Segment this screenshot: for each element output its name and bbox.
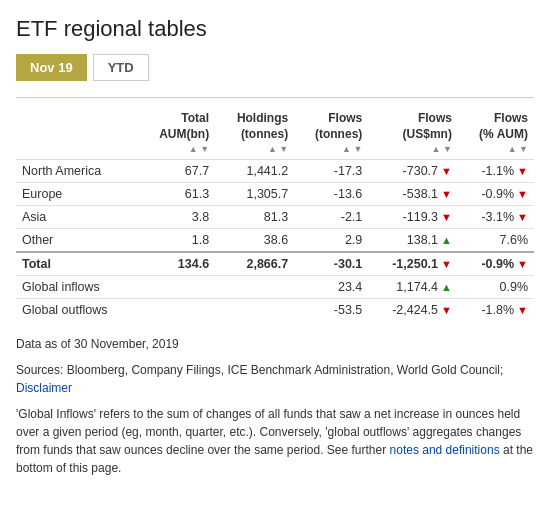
body-text: 'Global Inflows' refers to the sum of ch… [16, 405, 534, 477]
down-arrow-pct-icon: ▼ [517, 211, 528, 223]
cell-flows-pct: -0.9% ▼ [458, 252, 534, 276]
cell-flows-us: -2,424.5 ▼ [368, 298, 458, 321]
cell-flows-pct: -0.9% ▼ [458, 182, 534, 205]
cell-flows-us: -538.1 ▼ [368, 182, 458, 205]
down-arrow-pct-icon: ▼ [517, 304, 528, 316]
cell-holdings: 1,441.2 [215, 159, 294, 182]
notes-link[interactable]: notes and definitions [390, 443, 500, 457]
down-arrow-pct-icon: ▼ [517, 258, 528, 270]
cell-flows-tonnes: -2.1 [294, 205, 368, 228]
cell-flows-pct: -1.8% ▼ [458, 298, 534, 321]
cell-holdings: 2,866.7 [215, 252, 294, 276]
footer-section: Data as of 30 November, 2019 Sources: Bl… [16, 335, 534, 477]
cell-flows-tonnes: -30.1 [294, 252, 368, 276]
table-header-row: TotalAUM(bn) ▲ ▼ Holdings(tonnes) ▲ ▼ Fl… [16, 108, 534, 159]
down-arrow-pct-icon: ▼ [517, 188, 528, 200]
page-title: ETF regional tables [16, 16, 534, 42]
cell-region: Global inflows [16, 275, 138, 298]
table-row: Total134.62,866.7-30.1-1,250.1 ▼-0.9% ▼ [16, 252, 534, 276]
disclaimer-link[interactable]: Disclaimer [16, 381, 72, 395]
cell-aum [138, 298, 215, 321]
cell-flows-us: -119.3 ▼ [368, 205, 458, 228]
up-arrow-icon: ▲ [441, 234, 452, 246]
cell-region: Asia [16, 205, 138, 228]
down-arrow-icon: ▼ [441, 188, 452, 200]
down-arrow-icon: ▼ [441, 165, 452, 177]
table-row: Global outflows-53.5-2,424.5 ▼-1.8% ▼ [16, 298, 534, 321]
table-row: Europe61.31,305.7-13.6-538.1 ▼-0.9% ▼ [16, 182, 534, 205]
tab-nov19[interactable]: Nov 19 [16, 54, 87, 81]
cell-aum: 1.8 [138, 228, 215, 252]
col-aum: TotalAUM(bn) ▲ ▼ [138, 108, 215, 159]
table-row: Other1.838.62.9138.1 ▲7.6% [16, 228, 534, 252]
cell-holdings: 38.6 [215, 228, 294, 252]
cell-holdings [215, 275, 294, 298]
cell-aum: 67.7 [138, 159, 215, 182]
cell-holdings: 81.3 [215, 205, 294, 228]
cell-flows-pct: 7.6% [458, 228, 534, 252]
cell-aum: 3.8 [138, 205, 215, 228]
col-flows-us: Flows(US$mn) ▲ ▼ [368, 108, 458, 159]
etf-table: TotalAUM(bn) ▲ ▼ Holdings(tonnes) ▲ ▼ Fl… [16, 108, 534, 321]
cell-holdings: 1,305.7 [215, 182, 294, 205]
tab-ytd[interactable]: YTD [93, 54, 149, 81]
data-date: Data as of 30 November, 2019 [16, 335, 534, 353]
down-arrow-icon: ▼ [441, 211, 452, 223]
down-arrow-pct-icon: ▼ [517, 165, 528, 177]
cell-flows-tonnes: -17.3 [294, 159, 368, 182]
cell-region: Europe [16, 182, 138, 205]
tab-bar: Nov 19 YTD [16, 54, 534, 81]
table-row: Asia3.881.3-2.1-119.3 ▼-3.1% ▼ [16, 205, 534, 228]
cell-flows-tonnes: 2.9 [294, 228, 368, 252]
table-row: North America67.71,441.2-17.3-730.7 ▼-1.… [16, 159, 534, 182]
cell-aum [138, 275, 215, 298]
cell-flows-tonnes: -13.6 [294, 182, 368, 205]
cell-flows-pct: 0.9% [458, 275, 534, 298]
sources-text: Sources: Bloomberg, Company Filings, ICE… [16, 361, 534, 397]
col-holdings: Holdings(tonnes) ▲ ▼ [215, 108, 294, 159]
cell-flows-tonnes: 23.4 [294, 275, 368, 298]
cell-aum: 134.6 [138, 252, 215, 276]
table-row: Global inflows23.41,174.4 ▲0.9% [16, 275, 534, 298]
down-arrow-icon: ▼ [441, 258, 452, 270]
col-flows-pct: Flows(% AUM) ▲ ▼ [458, 108, 534, 159]
up-arrow-icon: ▲ [441, 281, 452, 293]
cell-region: Global outflows [16, 298, 138, 321]
down-arrow-icon: ▼ [441, 304, 452, 316]
cell-flows-us: 138.1 ▲ [368, 228, 458, 252]
cell-flows-us: -730.7 ▼ [368, 159, 458, 182]
col-flows-t: Flows(tonnes) ▲ ▼ [294, 108, 368, 159]
cell-flows-us: 1,174.4 ▲ [368, 275, 458, 298]
cell-region: Total [16, 252, 138, 276]
cell-aum: 61.3 [138, 182, 215, 205]
cell-region: Other [16, 228, 138, 252]
cell-region: North America [16, 159, 138, 182]
cell-flows-us: -1,250.1 ▼ [368, 252, 458, 276]
divider [16, 97, 534, 98]
cell-flows-tonnes: -53.5 [294, 298, 368, 321]
col-region [16, 108, 138, 159]
cell-holdings [215, 298, 294, 321]
cell-flows-pct: -1.1% ▼ [458, 159, 534, 182]
cell-flows-pct: -3.1% ▼ [458, 205, 534, 228]
